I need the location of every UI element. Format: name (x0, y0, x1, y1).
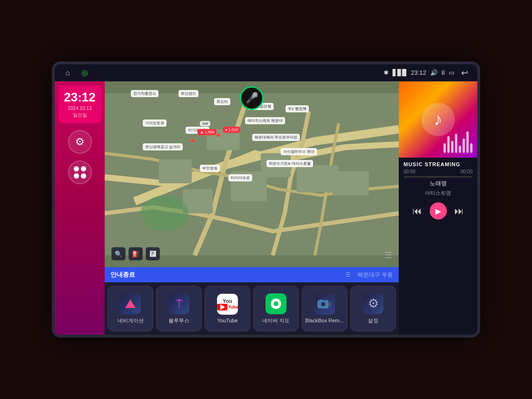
youtube-logo: You Tube (217, 298, 238, 310)
app-naver-map[interactable]: 네이버 지도 (253, 286, 299, 331)
pin-label-1539: ● 1,539 (223, 127, 240, 133)
map-pin-1: 📍 (188, 139, 196, 146)
time-total: 00:00 (461, 169, 473, 174)
app-bluetooth[interactable]: ⍑ 블루투스 (156, 286, 202, 331)
map-label-hospital: 부민병원 (200, 165, 220, 172)
bluetooth-label: 블루투스 (168, 317, 189, 324)
status-bar-left: ⌂ ◎ (61, 68, 91, 78)
route-label: 안내종료 (110, 270, 135, 279)
time-current: 00:00 (404, 169, 415, 174)
map-label-tire: 타이어프로 (228, 174, 252, 181)
naver-map-icon (266, 293, 286, 314)
svg-rect-5 (297, 165, 339, 192)
prev-button[interactable]: ⏮ (413, 206, 422, 217)
music-panel: ♪ MUSIC STREAMING 00:00 00:00 (399, 81, 477, 335)
route-bar: 안내종료 ☰ 해운대구 우동 (105, 267, 399, 282)
svg-rect-3 (159, 159, 192, 183)
map-label-bexco: 부산샌드 (178, 90, 198, 97)
app-row: 네비게이션 ⍑ 블루투스 You (105, 282, 399, 335)
next-button[interactable]: ⏭ (454, 206, 464, 217)
map-label-haeunhome: 에이치스워트 해운대 (245, 117, 285, 124)
bluetooth-icon: ✱ (384, 69, 389, 76)
voice-button[interactable]: 🎤 (240, 86, 264, 110)
status-bar-right: ✱ ▋▊▉ 23:12 🔊 8 ▭ ↩ (384, 68, 471, 78)
map-controls: 🔍 ⛽ 🅿 (111, 247, 160, 260)
naver-map-label: 네이버 지도 (262, 317, 290, 324)
album-art: ♪ (399, 81, 477, 158)
app-blackbox[interactable]: BlackBox Rem... (302, 286, 347, 331)
grid-icon (74, 166, 86, 179)
music-time-row: 00:00 00:00 (404, 169, 473, 174)
route-destination: ☰ 해운대구 우동 (345, 271, 393, 279)
settings-icon-wrap: ⚙ (363, 293, 384, 314)
map-area[interactable]: 전기차충전소 부산샌드 뮤소비 IBK기업은행 우1 행정복 에이치스워트 해운… (105, 81, 399, 267)
svg-point-8 (141, 195, 189, 231)
volume-icon: 🔊 (430, 69, 438, 76)
gas-station-button[interactable]: ⛽ (128, 247, 143, 260)
bluetooth-icon: ⍑ (168, 293, 189, 314)
signal-bars-icon: ▋▊▉ (393, 69, 407, 76)
svg-rect-7 (333, 171, 369, 195)
progress-bar[interactable] (404, 176, 473, 178)
map-label-iaem: 아이앰하우스 펜션 (281, 148, 317, 155)
map-label-charging: 전기차충전소 (131, 90, 158, 97)
map-menu-icon[interactable]: ☰ (384, 250, 392, 260)
music-streaming-label: MUSIC STREAMING (404, 161, 473, 167)
settings-label: 설정 (368, 317, 378, 324)
time-display: 23:12 (411, 69, 426, 76)
artist-name: 아티스트명 (404, 190, 473, 197)
map-label-kia: 기아오토큐 (143, 120, 167, 127)
left-sidebar: 23:12 2024.10.13 일요일 ⚙ (55, 81, 105, 335)
status-bar: ⌂ ◎ ✱ ▋▊▉ 23:12 🔊 8 ▭ ↩ (55, 64, 477, 81)
camera-icon-svg (317, 298, 332, 311)
car-screen: ⌂ ◎ ✱ ▋▊▉ 23:12 🔊 8 ▭ ↩ 23:12 2024.10.13… (52, 61, 480, 338)
song-name: 노래명 (404, 180, 473, 188)
youtube-icon: You Tube (217, 294, 238, 315)
youtube-label: YouTube (217, 318, 237, 323)
sidebar-date: 2024.10.13 일요일 (62, 105, 98, 119)
time-widget: 23:12 2024.10.13 일요일 (59, 86, 101, 123)
play-button[interactable]: ▶ (430, 202, 447, 219)
home-icon[interactable]: ⌂ (61, 68, 74, 78)
pin-label-self: Self (200, 121, 210, 126)
parking-button[interactable]: 🅿 (146, 247, 160, 260)
main-content: 23:12 2024.10.13 일요일 ⚙ (55, 81, 477, 335)
map-label-busan-craft: 부산공예공고 삼겨리 (143, 143, 183, 150)
zoom-button[interactable]: 🔍 (111, 247, 126, 260)
blackbox-icon (314, 294, 335, 315)
navigation-label: 네비게이션 (118, 317, 144, 324)
back-button[interactable]: ↩ (458, 68, 471, 78)
svg-rect-13 (320, 299, 323, 301)
svg-point-11 (322, 303, 325, 306)
blackbox-label: BlackBox Rem... (305, 318, 344, 323)
pin-label-1598: ▲ 1,598 (197, 129, 217, 135)
music-info: MUSIC STREAMING 00:00 00:00 노래명 아티스트명 ⏮ … (399, 158, 477, 335)
app-youtube[interactable]: You Tube YouTube (205, 286, 250, 331)
settings-gear-icon: ⚙ (368, 296, 379, 311)
map-label-haeundae: 해운대해피 투모로우마린 (252, 134, 300, 141)
window-icon: ▭ (449, 69, 454, 76)
apps-button[interactable] (68, 160, 92, 184)
volume-level: 8 (442, 69, 445, 76)
gear-icon: ⚙ (75, 136, 85, 148)
microphone-icon: 🎤 (246, 92, 258, 104)
map-label-hound: 하운드가든& 데라스호텔 (266, 160, 313, 167)
equalizer-bars (443, 131, 473, 153)
center-area: 전기차충전소 부산샌드 뮤소비 IBK기업은행 우1 행정복 에이치스워트 해운… (105, 81, 399, 335)
location-icon[interactable]: ◎ (79, 68, 91, 78)
map-label-happiness: 우1 행정복 (286, 105, 309, 112)
sidebar-time: 23:12 (62, 91, 98, 103)
app-settings[interactable]: ⚙ 설정 (350, 286, 396, 331)
map-label-museum: 뮤소비 (214, 98, 230, 105)
navigation-icon (120, 293, 141, 314)
svg-marker-12 (328, 301, 331, 307)
app-navigation[interactable]: 네비게이션 (108, 286, 153, 331)
settings-button[interactable]: ⚙ (68, 130, 92, 154)
playback-controls: ⏮ ▶ ⏭ (404, 199, 473, 223)
